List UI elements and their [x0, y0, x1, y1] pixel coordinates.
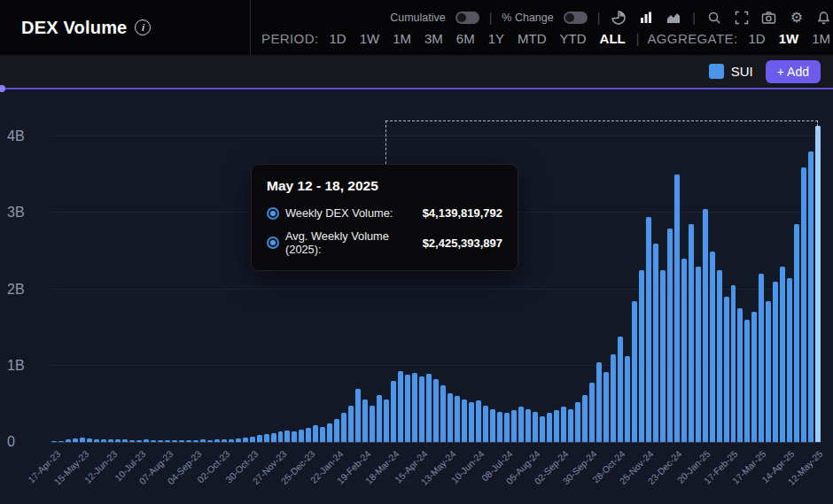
- bar-90[interactable]: [689, 224, 694, 442]
- bar-63[interactable]: [497, 412, 502, 442]
- bar-70[interactable]: [547, 413, 552, 442]
- bar-102[interactable]: [773, 282, 778, 442]
- bar-64[interactable]: [504, 413, 510, 442]
- bar-71[interactable]: [554, 410, 559, 442]
- bar-3[interactable]: [73, 438, 78, 442]
- bar-43[interactable]: [355, 389, 361, 442]
- bar-58[interactable]: [462, 399, 467, 442]
- bar-100[interactable]: [759, 274, 764, 442]
- bar-83[interactable]: [639, 270, 644, 442]
- bar-7[interactable]: [101, 439, 106, 442]
- bar-chart-icon[interactable]: [637, 9, 655, 27]
- bar-74[interactable]: [575, 402, 580, 442]
- bar-53[interactable]: [426, 374, 432, 442]
- bar-0[interactable]: [51, 441, 57, 442]
- bar-42[interactable]: [348, 406, 354, 442]
- bar-68[interactable]: [533, 412, 538, 442]
- bar-27[interactable]: [243, 438, 248, 442]
- bar-80[interactable]: [618, 337, 623, 442]
- bar-77[interactable]: [596, 362, 602, 443]
- bar-56[interactable]: [448, 393, 453, 442]
- bar-28[interactable]: [250, 437, 255, 442]
- bar-26[interactable]: [236, 438, 241, 442]
- bar-12[interactable]: [136, 440, 142, 442]
- bar-91[interactable]: [696, 267, 701, 442]
- period-option-6m[interactable]: 6M: [454, 31, 478, 46]
- bar-10[interactable]: [122, 439, 128, 442]
- bar-85[interactable]: [653, 244, 658, 442]
- bar-22[interactable]: [207, 440, 213, 442]
- bar-5[interactable]: [87, 438, 92, 442]
- bar-18[interactable]: [179, 440, 184, 442]
- bar-106[interactable]: [801, 167, 806, 442]
- bar-30[interactable]: [264, 434, 269, 442]
- bar-52[interactable]: [419, 376, 424, 442]
- bar-29[interactable]: [257, 435, 262, 442]
- bar-62[interactable]: [490, 409, 495, 442]
- bar-38[interactable]: [320, 427, 325, 442]
- aggregate-option-1m[interactable]: 1M: [809, 31, 833, 46]
- period-option-1d[interactable]: 1D: [326, 31, 348, 46]
- bar-15[interactable]: [158, 440, 163, 442]
- bar-59[interactable]: [469, 402, 474, 442]
- bar-6[interactable]: [94, 439, 99, 442]
- bar-13[interactable]: [144, 439, 149, 442]
- period-option-3m[interactable]: 3M: [422, 31, 446, 46]
- bar-89[interactable]: [681, 259, 687, 442]
- settings-icon[interactable]: ⚙: [788, 9, 806, 27]
- fullscreen-icon[interactable]: [733, 9, 751, 27]
- bar-37[interactable]: [313, 425, 318, 442]
- bar-17[interactable]: [172, 440, 177, 442]
- period-option-1m[interactable]: 1M: [390, 31, 414, 46]
- bar-50[interactable]: [405, 375, 410, 442]
- bar-51[interactable]: [412, 373, 417, 442]
- bar-33[interactable]: [284, 430, 290, 442]
- period-option-all[interactable]: ALL: [597, 31, 628, 46]
- bar-4[interactable]: [80, 438, 85, 442]
- bar-39[interactable]: [327, 423, 332, 442]
- legend-item-sui[interactable]: SUI: [709, 64, 753, 79]
- bar-72[interactable]: [561, 407, 566, 442]
- bar-81[interactable]: [625, 356, 630, 442]
- period-option-mtd[interactable]: MTD: [515, 31, 549, 46]
- bar-36[interactable]: [306, 428, 311, 442]
- notifications-icon[interactable]: [815, 9, 833, 27]
- bar-11[interactable]: [129, 440, 135, 442]
- bar-24[interactable]: [222, 439, 227, 442]
- bar-40[interactable]: [334, 419, 339, 442]
- bar-73[interactable]: [568, 409, 573, 442]
- search-icon[interactable]: [705, 9, 723, 27]
- bar-49[interactable]: [398, 371, 403, 442]
- camera-icon[interactable]: [760, 9, 778, 27]
- bar-86[interactable]: [660, 270, 666, 442]
- bar-103[interactable]: [780, 267, 785, 442]
- period-option-1w[interactable]: 1W: [357, 31, 383, 46]
- bar-65[interactable]: [511, 410, 517, 442]
- bar-95[interactable]: [724, 297, 729, 442]
- bar-69[interactable]: [540, 416, 545, 442]
- bar-87[interactable]: [667, 229, 673, 442]
- bar-107[interactable]: [808, 151, 814, 442]
- area-chart-icon[interactable]: [665, 9, 682, 27]
- bar-2[interactable]: [66, 439, 71, 442]
- bar-48[interactable]: [391, 381, 396, 442]
- bar-21[interactable]: [200, 439, 206, 442]
- bar-57[interactable]: [455, 396, 460, 442]
- bar-46[interactable]: [377, 395, 382, 442]
- bar-94[interactable]: [717, 270, 722, 442]
- bar-19[interactable]: [186, 440, 191, 442]
- aggregate-option-1w[interactable]: 1W: [776, 31, 802, 46]
- add-series-button[interactable]: + Add: [766, 60, 821, 83]
- bar-104[interactable]: [787, 278, 792, 442]
- bar-20[interactable]: [193, 440, 199, 442]
- aggregate-option-1d[interactable]: 1D: [745, 31, 767, 46]
- bar-92[interactable]: [703, 209, 708, 442]
- bar-97[interactable]: [737, 308, 743, 442]
- bar-105[interactable]: [794, 224, 799, 442]
- bar-35[interactable]: [299, 430, 304, 442]
- bar-32[interactable]: [278, 431, 284, 442]
- bar-54[interactable]: [433, 379, 439, 442]
- bar-66[interactable]: [518, 407, 524, 442]
- bar-84[interactable]: [646, 217, 651, 442]
- bar-44[interactable]: [362, 399, 368, 442]
